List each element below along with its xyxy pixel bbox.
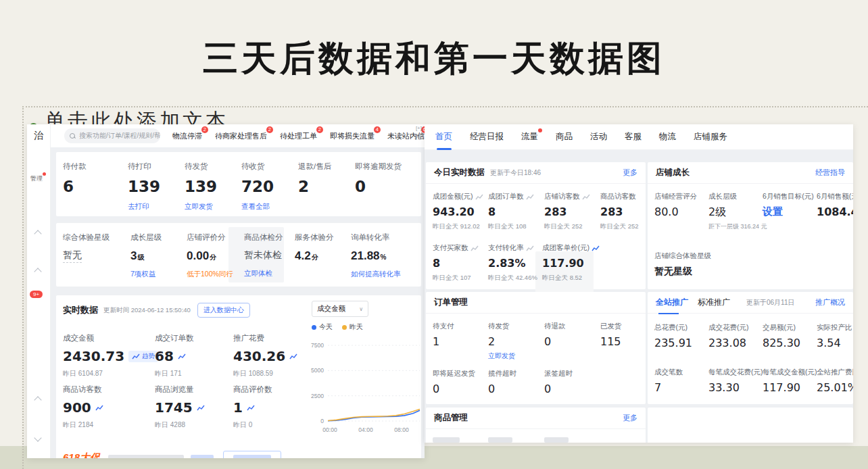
mini-chart-wrap: 025005000750000:0004:0008:00 xyxy=(304,335,423,444)
sidebar-item-admin[interactable]: 管理 xyxy=(30,174,43,183)
stat-overdue-shipping: 即将逾期发货0 xyxy=(355,162,412,212)
count-badge: 2 xyxy=(266,126,273,133)
order-management-card: 订单管理 待支付 1 待发货 2 立即发货 待退款 0 xyxy=(426,292,646,404)
today-realtime-card: 今日实时数据 更新于今日18:46 更多 成团金额(元) 943.20 昨日全天… xyxy=(426,162,646,289)
stat-experience-star: 综合体验星级 暂无 xyxy=(63,232,130,279)
stat-deal-count: 成交笔数 7 xyxy=(654,368,683,394)
nav-item-logistics-stalled[interactable]: 物流停滞2 xyxy=(172,131,202,141)
stat-to-print: 待打印139 去打印 xyxy=(128,162,185,212)
stat-total-spend: 总花费(元) 235.91 xyxy=(654,323,692,349)
trend-chart-icon[interactable] xyxy=(247,404,255,411)
tab-shop-services[interactable]: 店铺服务 xyxy=(694,131,727,143)
nav-item-traffic-loss[interactable]: 即将损失流量4 xyxy=(330,131,375,141)
trend-chart-icon[interactable] xyxy=(178,353,186,360)
right-content: 今日实时数据 更新于今日18:46 更多 成团金额(元) 943.20 昨日全天… xyxy=(425,150,853,443)
stat-spend-per-deal: 每笔成交花费(元) 33.30 xyxy=(708,368,763,394)
corner-text-fragment: 跨境 xyxy=(415,132,424,142)
below-peer-warning: 低于100%同行 xyxy=(187,270,239,279)
stat-group-orders: 成团订单数 8 昨日全天 108 xyxy=(488,192,534,231)
stat-delivery-timeout: 派签超时 0 xyxy=(544,369,573,395)
trend-chart-icon[interactable] xyxy=(197,404,205,411)
stat-shop-visitors: 店铺访客数 283 昨日全天 252 xyxy=(544,192,590,231)
slide-title: 三天后数据和第一天数据图 xyxy=(0,35,868,82)
stat-deal-spend: 成交花费(元) 233.08 xyxy=(708,323,749,349)
check-now-link[interactable]: 立即体检 xyxy=(244,269,295,278)
caret-down-icon: ∨ xyxy=(359,306,363,312)
svg-text:0: 0 xyxy=(320,418,324,424)
stat-promotion-cost-ratio: 全站推广费比 25.01% xyxy=(817,368,853,394)
stat-shipped: 已发货 115 xyxy=(600,322,622,348)
stat-awaiting-payment: 待支付 1 xyxy=(433,322,454,348)
stat-sales-target: 6月销售目标(元) 设置 xyxy=(763,192,814,218)
stat-service-score: 服务体验分 4.2分 xyxy=(295,232,351,279)
tab-traffic[interactable]: 流量 xyxy=(521,131,538,143)
svg-text:2500: 2500 xyxy=(311,393,324,399)
right-dashboard-screenshot: 首页 经营日报 流量 商品 活动 客服 物流 店铺服务 今日实时数据 更新于今日… xyxy=(425,124,853,443)
improve-conversion-link[interactable]: 如何提高转化率 xyxy=(351,270,407,279)
stat-monthly-sales: 6月销售额(元) 1084.47 xyxy=(817,192,853,218)
trend-chart-icon xyxy=(475,193,483,200)
promo-card: 618大促 xyxy=(56,445,421,458)
count-badge: 4 xyxy=(374,126,381,133)
promotion-card: 全站推广 标准推广 更新于06月11日 推广概况 总花费(元) 235.91 成… xyxy=(648,292,853,404)
stat-order-count: 成交订单数 68 昨日 171 xyxy=(155,333,194,378)
metric-select[interactable]: 成交金额 ∨ xyxy=(312,301,368,317)
chevron-up-icon[interactable] xyxy=(34,396,41,403)
set-target-link[interactable]: 设置 xyxy=(763,205,814,218)
more-link[interactable]: 更多 xyxy=(623,413,637,423)
ship-now-link[interactable]: 立即发货 xyxy=(185,202,241,212)
tab-daily-report[interactable]: 经营日报 xyxy=(470,131,504,143)
more-link[interactable]: 更多 xyxy=(623,168,637,178)
slide-canvas: 三天后数据和第一天数据图 单击此处添加文本 治 管理 9+ 搜索功能/订单/课程… xyxy=(0,0,868,469)
nav-item-aftersale-pending[interactable]: 待商家处理售后2 xyxy=(215,131,267,141)
rights-link[interactable]: 7项权益 xyxy=(130,270,187,279)
tab-home[interactable]: 首页 xyxy=(435,131,452,143)
promo-button[interactable] xyxy=(223,451,281,458)
promo-link-fragment[interactable] xyxy=(191,455,214,458)
trend-chart-icon xyxy=(592,245,600,251)
trend-chart-icon[interactable] xyxy=(95,404,103,411)
stat-transaction-amount: 交易额(元) 825.30 xyxy=(763,323,800,349)
chevron-up-icon[interactable] xyxy=(34,268,41,275)
go-print-link[interactable]: 去打印 xyxy=(128,202,185,212)
tab-service[interactable]: 客服 xyxy=(625,131,642,143)
chevron-up-icon[interactable] xyxy=(34,230,41,237)
stat-inquiry-conversion: 询单转化率 21.88% 如何提高转化率 xyxy=(351,232,407,279)
promo-button-label-fragment xyxy=(233,455,271,458)
promotion-overview-link[interactable]: 推广概况 xyxy=(815,297,845,307)
chart-legend: 今天 昨天 xyxy=(312,322,363,332)
notification-dot xyxy=(538,128,542,132)
svg-text:08:00: 08:00 xyxy=(394,426,409,433)
stat-product-visitors: 商品访客数 283 昨日全天 252 xyxy=(600,192,639,231)
plus-icon[interactable]: [+] xyxy=(416,125,422,131)
right-tabbar: 首页 经营日报 流量 商品 活动 客服 物流 店铺服务 xyxy=(425,124,853,150)
search-input[interactable]: 搜索功能/订单/课程/规则/帮助/服务 xyxy=(64,128,160,143)
trend-chart-icon[interactable] xyxy=(289,353,297,360)
svg-text:7500: 7500 xyxy=(311,342,324,349)
trend-button[interactable]: 趋势 xyxy=(128,351,158,362)
promo-text-fragment xyxy=(108,455,184,458)
legend-today[interactable]: 今天 xyxy=(312,322,333,332)
nav-item-tickets-pending[interactable]: 待处理工单2 xyxy=(280,131,317,141)
tab-sitewide-promotion[interactable]: 全站推广 xyxy=(656,297,688,308)
stat-roi: 实际投产比 3.54 xyxy=(817,323,852,349)
tab-products[interactable]: 商品 xyxy=(556,131,573,143)
clipped-label-fragment xyxy=(488,437,512,443)
operation-guide-link[interactable]: 经营指导 xyxy=(815,168,845,178)
tab-standard-promotion[interactable]: 标准推广 xyxy=(698,297,730,308)
stat-awaiting-refund: 待退款 0 xyxy=(544,322,566,348)
view-all-link[interactable]: 查看全部 xyxy=(241,202,298,212)
tab-activities[interactable]: 活动 xyxy=(590,131,607,143)
stat-product-check: 商品体检分 暂未体检 立即体检 xyxy=(239,232,295,279)
stat-product-views: 商品浏览量 1745 昨日 4288 xyxy=(155,385,205,430)
stat-paying-buyers: 支付买家数 8 昨日全天 107 xyxy=(433,243,479,282)
promo-618-label: 618大促 xyxy=(63,451,100,459)
svg-text:5000: 5000 xyxy=(311,367,324,374)
stat-awaiting-shipment: 待发货 2 立即发货 xyxy=(488,322,515,361)
tab-logistics[interactable]: 物流 xyxy=(659,131,676,143)
left-topnav: 搜索功能/订单/课程/规则/帮助/服务 物流停滞2 待商家处理售后2 待处理工单… xyxy=(51,124,425,147)
chevron-down-icon[interactable] xyxy=(34,434,41,441)
ship-now-link[interactable]: 立即发货 xyxy=(488,351,515,361)
legend-yesterday[interactable]: 昨天 xyxy=(342,322,363,332)
data-center-button[interactable]: 进入数据中心 xyxy=(197,303,250,318)
